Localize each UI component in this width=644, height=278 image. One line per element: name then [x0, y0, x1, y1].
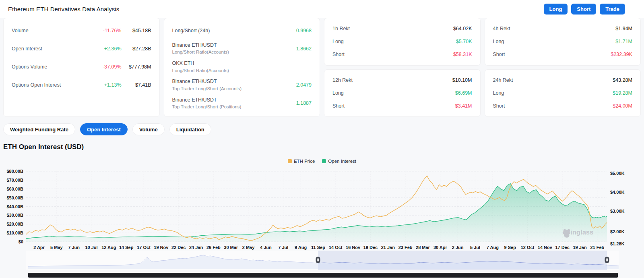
x-axis-tick: 30 Mar — [224, 245, 238, 250]
rekt-short-value: $58.31K — [453, 52, 472, 57]
ratio-value: 0.9968 — [296, 28, 312, 33]
rekt-title: 24h Rekt — [493, 77, 513, 83]
stat-value: $777.98M — [122, 64, 151, 70]
left-axis-tick: $60.00B — [6, 187, 23, 191]
right-axis-labels: $5.00K$4.00K$3.00K$2.00K$1.28K — [610, 171, 625, 246]
tab-liquidation[interactable]: Liquidation — [169, 123, 211, 135]
right-axis-tick: $3.00K — [610, 209, 625, 214]
x-axis-tick: 11 Sep — [311, 245, 325, 250]
x-axis-tick: 2 Jun — [452, 245, 464, 250]
ratio-row: Binance ETH/USDT Top Trader Long/Short (… — [172, 94, 312, 112]
ratio-label: OKX ETH — [172, 60, 229, 67]
rekt-total: $1.94M — [615, 26, 632, 31]
short-button[interactable]: Short — [571, 4, 596, 15]
topbar-buttons: Long Short Trade — [544, 4, 625, 15]
rekt-12h-card: 12h Rekt$10.10M Long$6.69M Short$3.41M — [324, 69, 481, 117]
stat-label: Open Interest — [12, 46, 42, 52]
page-title: Ethereum ETH Derivatives Data Analysis — [8, 6, 119, 12]
right-axis-tick: $5.00K — [610, 171, 625, 176]
open-interest-chart[interactable]: $80.00B$70.00B$60.00B$50.00B$40.00B$30.0… — [0, 156, 644, 278]
rekt-title: 1h Rekt — [332, 26, 350, 31]
chart-block: ETH Price Open Interest $80.00B$70.00B$6… — [0, 156, 644, 278]
rekt-total: $64.02K — [453, 26, 472, 31]
ratio-row: OKX ETH Long/Short Ratio(Accounts) — [172, 58, 312, 76]
legend-label: ETH Price — [294, 159, 315, 164]
x-axis-tick: 19 Dec — [363, 245, 378, 250]
x-axis-tick: 12 Oct — [521, 245, 535, 250]
ratio-sublabel: Top Trader Long/Short (Positions) — [172, 104, 242, 110]
right-axis-tick: $1.28K — [610, 241, 625, 246]
horizontal-scrollbar[interactable] — [28, 273, 618, 278]
left-axis-tick: $40.00B — [6, 204, 23, 209]
ratio-sublabel: Long/Short Ratio(Accounts) — [172, 67, 229, 74]
ratio-row: Binance ETH/USDT Top Trader Long/Short (… — [172, 76, 312, 94]
tab-open-interest[interactable]: Open Interest — [80, 123, 128, 135]
x-axis-tick: 9 Aug — [295, 245, 307, 250]
legend-open-interest[interactable]: Open Interest — [322, 159, 356, 164]
rekt-title: 4h Rekt — [493, 26, 510, 31]
ratio-label: Binance ETH/USDT — [172, 78, 242, 85]
rekt-long-label: Long — [332, 90, 344, 96]
ratio-row: Binance ETH/USDT Long/Short Ratio(Accoun… — [172, 39, 312, 58]
rekt-long-label: Long — [493, 39, 504, 44]
coinglass-bear-icon — [563, 229, 571, 238]
stat-change: -37.09% — [103, 64, 122, 70]
x-axis-tick: 16 Nov — [346, 245, 361, 250]
long-short-ratio-card: Long/Short (24h) 0.9968 Binance ETH/USDT… — [164, 18, 320, 117]
stat-label: Options Volume — [12, 64, 47, 70]
stat-label: Volume — [12, 28, 29, 33]
right-axis-tick: $2.00K — [610, 229, 625, 234]
rekt-short-value: $3.41M — [455, 103, 472, 109]
rekt-short-label: Short — [493, 103, 505, 109]
stat-value: $45.18B — [122, 28, 151, 33]
ratio-sublabel: Top Trader Long/Short (Accounts) — [172, 85, 242, 92]
x-axis-tick: 19 Jan — [573, 245, 587, 250]
stat-row: Open Interest +2.36% $27.28B — [12, 39, 151, 58]
rekt-long-label: Long — [332, 39, 344, 44]
ratio-label: Long/Short (24h) — [172, 28, 210, 33]
left-axis-tick: $70.00B — [6, 178, 23, 183]
stat-change: -11.76% — [103, 28, 122, 33]
left-axis-tick: $80.00B — [6, 169, 23, 174]
ratio-row: Long/Short (24h) 0.9968 — [172, 21, 312, 39]
stat-value: $27.28B — [122, 46, 151, 52]
x-axis-tick: 4 Jun — [260, 245, 272, 250]
tab-volume[interactable]: Volume — [132, 123, 165, 135]
long-button[interactable]: Long — [544, 4, 568, 15]
rekt-long-value: $1.71M — [615, 39, 632, 44]
stat-change: +1.13% — [104, 82, 122, 88]
x-axis-tick: 26 Feb — [206, 245, 221, 250]
tab-weighted-funding-rate[interactable]: Weighted Funding Rate — [3, 123, 75, 135]
legend-label: Open Interest — [328, 159, 356, 164]
left-axis-labels: $80.00B$70.00B$60.00B$50.00B$40.00B$30.0… — [6, 169, 23, 244]
rekt-total: $43.28M — [613, 77, 632, 83]
rekt-short-value: $24.00M — [613, 103, 632, 109]
x-axis-tick: 7 Jul — [278, 245, 288, 250]
chart-plot-area[interactable] — [26, 171, 607, 242]
navigator[interactable] — [26, 251, 619, 270]
trade-button[interactable]: Trade — [600, 4, 625, 15]
chart-tabs: Weighted Funding Rate Open Interest Volu… — [0, 123, 644, 135]
rekt-long-value: $6.69M — [455, 90, 472, 96]
x-axis-labels: 2 Apr5 May7 Jun10 Jul12 Aug14 Sep17 Oct1… — [33, 245, 604, 250]
ratio-value: 1.8662 — [296, 46, 312, 52]
left-axis-tick: $0 — [19, 239, 23, 244]
cards-row: Volume -11.76% $45.18B Open Interest +2.… — [0, 18, 644, 117]
x-axis-tick: 24 Jan — [189, 245, 203, 250]
rekt-1h-card: 1h Rekt$64.02K Long$5.70K Short$58.31K — [324, 18, 481, 66]
x-axis-tick: 21 Jan — [381, 245, 395, 250]
topbar: Ethereum ETH Derivatives Data Analysis L… — [0, 0, 644, 18]
chart-title: ETH Open Interest (USD) — [3, 143, 641, 152]
left-axis-tick: $10.00B — [6, 230, 23, 235]
legend-eth-price[interactable]: ETH Price — [288, 159, 315, 164]
rekt-total: $10.10M — [452, 77, 472, 83]
navigator-unselected-left — [26, 251, 318, 270]
rekt-short-label: Short — [493, 52, 505, 57]
x-axis-tick: 7 Aug — [487, 245, 499, 250]
stat-label: Options Open Interest — [12, 82, 61, 88]
ratio-sublabel: Long/Short Ratio(Accounts) — [172, 49, 229, 55]
navigator-handle-right[interactable] — [605, 257, 609, 263]
left-axis-tick: $20.00B — [6, 222, 23, 226]
navigator-handle-left[interactable] — [316, 257, 320, 263]
x-axis-tick: 2 Apr — [33, 245, 45, 250]
